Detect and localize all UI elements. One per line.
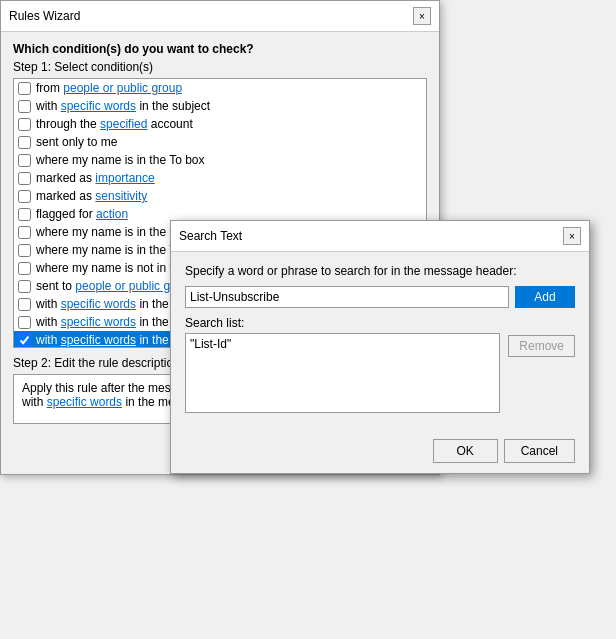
condition-item[interactable]: through the specified account xyxy=(14,115,426,133)
search-list-box[interactable]: "List-Id" xyxy=(185,333,500,413)
condition-checkbox-12[interactable] xyxy=(18,298,31,311)
rules-wizard-titlebar: Rules Wizard × xyxy=(1,1,439,32)
search-dialog-body: Specify a word or phrase to search for i… xyxy=(171,252,589,433)
add-button[interactable]: Add xyxy=(515,286,575,308)
rules-wizard-close-button[interactable]: × xyxy=(413,7,431,25)
search-dialog-content: Specify a word or phrase to search for i… xyxy=(171,252,589,473)
condition-checkbox-3[interactable] xyxy=(18,136,31,149)
condition-link-1[interactable]: specific words xyxy=(61,99,136,113)
search-list-label: Search list: xyxy=(185,316,575,330)
condition-link-7[interactable]: action xyxy=(96,207,128,221)
remove-button[interactable]: Remove xyxy=(508,335,575,357)
condition-checkbox-4[interactable] xyxy=(18,154,31,167)
condition-checkbox-7[interactable] xyxy=(18,208,31,221)
search-dialog-footer: OK Cancel xyxy=(171,433,589,473)
condition-checkbox-0[interactable] xyxy=(18,82,31,95)
condition-checkbox-6[interactable] xyxy=(18,190,31,203)
search-text-dialog: Search Text × Specify a word or phrase t… xyxy=(170,220,590,474)
condition-link-14[interactable]: specific words xyxy=(61,333,136,347)
rules-wizard-title: Rules Wizard xyxy=(9,9,80,23)
search-dialog-close-button[interactable]: × xyxy=(563,227,581,245)
condition-item[interactable]: where my name is in the To box xyxy=(14,151,426,169)
condition-link-12[interactable]: specific words xyxy=(61,297,136,311)
condition-checkbox-13[interactable] xyxy=(18,316,31,329)
condition-link-6[interactable]: sensitivity xyxy=(95,189,147,203)
condition-item[interactable]: marked as importance xyxy=(14,169,426,187)
condition-checkbox-9[interactable] xyxy=(18,244,31,257)
condition-checkbox-14[interactable] xyxy=(18,334,31,347)
condition-link-13[interactable]: specific words xyxy=(61,315,136,329)
search-ok-button[interactable]: OK xyxy=(433,439,498,463)
search-instruction: Specify a word or phrase to search for i… xyxy=(185,264,575,278)
condition-item[interactable]: marked as sensitivity xyxy=(14,187,426,205)
step1-label: Step 1: Select condition(s) xyxy=(13,60,427,74)
search-cancel-button[interactable]: Cancel xyxy=(504,439,575,463)
search-input-row: Add xyxy=(185,286,575,308)
condition-link-5[interactable]: importance xyxy=(95,171,154,185)
condition-checkbox-1[interactable] xyxy=(18,100,31,113)
condition-checkbox-11[interactable] xyxy=(18,280,31,293)
condition-checkbox-10[interactable] xyxy=(18,262,31,275)
condition-checkbox-8[interactable] xyxy=(18,226,31,239)
condition-item[interactable]: sent only to me xyxy=(14,133,426,151)
condition-item[interactable]: from people or public group xyxy=(14,79,426,97)
condition-item[interactable]: with specific words in the subject xyxy=(14,97,426,115)
search-dialog-title: Search Text xyxy=(179,229,242,243)
step2-specific-words-link[interactable]: specific words xyxy=(47,395,122,409)
condition-link-0[interactable]: people or public group xyxy=(63,81,182,95)
condition-checkbox-5[interactable] xyxy=(18,172,31,185)
search-dialog-titlebar: Search Text × xyxy=(171,221,589,252)
wizard-question: Which condition(s) do you want to check? xyxy=(13,42,427,56)
search-list-item[interactable]: "List-Id" xyxy=(190,337,495,351)
search-text-input[interactable] xyxy=(185,286,509,308)
condition-link-2[interactable]: specified xyxy=(100,117,147,131)
condition-checkbox-2[interactable] xyxy=(18,118,31,131)
